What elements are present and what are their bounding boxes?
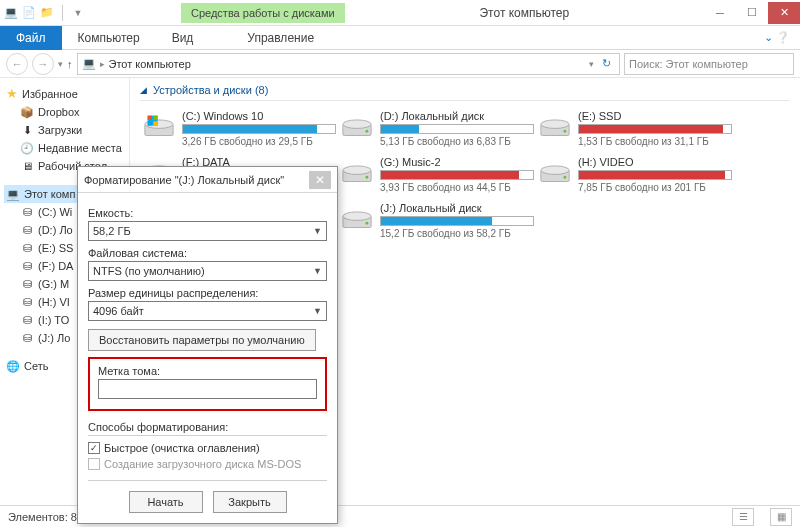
hdd-icon (538, 110, 572, 144)
nav-back-button[interactable]: ← (6, 53, 28, 75)
dialog-close-button[interactable]: ✕ (309, 171, 331, 189)
svg-point-11 (541, 120, 569, 129)
search-placeholder: Поиск: Этот компьютер (629, 58, 748, 70)
ribbon-expand-icon[interactable]: ⌄ ❔ (754, 31, 800, 44)
sidebar-item-downloads[interactable]: ⬇Загрузки (4, 121, 125, 139)
checkbox-unchecked-icon (88, 458, 100, 470)
status-element-count: Элементов: 8 (8, 511, 77, 523)
usage-bar (380, 170, 534, 180)
capacity-label: Емкость: (88, 207, 327, 219)
chevron-down-icon: ◢ (140, 85, 147, 95)
drive-name: (J:) Локальный диск (380, 202, 534, 214)
dialog-title: Форматирование "(J:) Локальный диск" (84, 174, 309, 186)
qat-properties-icon[interactable]: 📄 (22, 6, 36, 20)
context-tab-drive-tools: Средства работы с дисками (181, 3, 345, 23)
hdd-icon: ⛁ (20, 241, 34, 255)
hdd-icon (538, 156, 572, 190)
restore-defaults-button[interactable]: Восстановить параметры по умолчанию (88, 329, 316, 351)
drive-free-text: 5,13 ГБ свободно из 6,83 ГБ (380, 136, 534, 147)
hdd-icon: ⛁ (20, 295, 34, 309)
section-header-devices[interactable]: ◢ Устройства и диски (8) (140, 84, 790, 101)
allocation-select[interactable]: 4096 байт▼ (88, 301, 327, 321)
hdd-icon: ⛁ (20, 223, 34, 237)
ribbon-tabs: Файл Компьютер Вид Управление ⌄ ❔ (0, 26, 800, 50)
svg-point-23 (343, 212, 371, 221)
svg-point-21 (564, 176, 567, 179)
svg-point-18 (366, 176, 369, 179)
highlight-annotation: Метка тома: (88, 357, 327, 411)
usage-bar (578, 170, 732, 180)
format-dialog: Форматирование "(J:) Локальный диск" ✕ Е… (77, 166, 338, 524)
filesystem-select[interactable]: NTFS (по умолчанию)▼ (88, 261, 327, 281)
dropbox-icon: 📦 (20, 105, 34, 119)
address-crumb[interactable]: Этот компьютер (109, 58, 191, 70)
drive-name: (C:) Windows 10 (182, 110, 336, 122)
svg-point-17 (343, 166, 371, 175)
network-icon: 🌐 (6, 359, 20, 373)
minimize-button[interactable]: ─ (704, 2, 736, 24)
drive-item[interactable]: (J:) Локальный диск15,2 ГБ свободно из 5… (338, 199, 536, 245)
drive-free-text: 1,53 ГБ свободно из 31,1 ГБ (578, 136, 732, 147)
drive-free-text: 3,93 ГБ свободно из 44,5 ГБ (380, 182, 534, 193)
view-large-button[interactable]: ▦ (770, 508, 792, 526)
view-details-button[interactable]: ☰ (732, 508, 754, 526)
svg-point-24 (366, 222, 369, 225)
svg-rect-3 (148, 116, 152, 120)
filesystem-label: Файловая система: (88, 247, 327, 259)
quick-format-checkbox[interactable]: ✓ Быстрое (очистка оглавления) (88, 442, 327, 454)
sidebar-favorites-header[interactable]: ★ Избранное (4, 84, 125, 103)
window-title: Этот компьютер (345, 6, 704, 20)
drive-free-text: 3,26 ГБ свободно из 29,5 ГБ (182, 136, 336, 147)
qat-divider (62, 5, 63, 21)
allocation-label: Размер единицы распределения: (88, 287, 327, 299)
download-icon: ⬇ (20, 123, 34, 137)
hdd-icon: ⛁ (20, 331, 34, 345)
close-dialog-button[interactable]: Закрыть (213, 491, 287, 513)
hdd-icon: ⛁ (20, 259, 34, 273)
svg-point-9 (366, 130, 369, 133)
qat-newfolder-icon[interactable]: 📁 (40, 6, 54, 20)
close-button[interactable]: ✕ (768, 2, 800, 24)
usage-bar (380, 216, 534, 226)
drive-item[interactable]: (H:) VIDEO7,85 ГБ свободно из 201 ГБ (536, 153, 734, 199)
svg-rect-4 (153, 116, 157, 120)
nav-up-button[interactable]: ↑ (67, 58, 73, 70)
tab-file[interactable]: Файл (0, 26, 62, 50)
drive-item[interactable]: (C:) Windows 103,26 ГБ свободно из 29,5 … (140, 107, 338, 153)
chevron-right-icon: ▸ (100, 59, 105, 69)
dialog-titlebar[interactable]: Форматирование "(J:) Локальный диск" ✕ (78, 167, 337, 193)
drive-item[interactable]: (E:) SSD1,53 ГБ свободно из 31,1 ГБ (536, 107, 734, 153)
svg-rect-6 (153, 121, 157, 125)
address-dropdown-icon[interactable]: ▾ (589, 59, 594, 69)
tab-computer[interactable]: Компьютер (62, 26, 156, 50)
drive-item[interactable]: (D:) Локальный диск5,13 ГБ свободно из 6… (338, 107, 536, 153)
usage-bar (182, 124, 336, 134)
tab-view[interactable]: Вид (156, 26, 210, 50)
refresh-icon[interactable]: ↻ (602, 57, 611, 70)
usage-bar (578, 124, 732, 134)
svg-point-12 (564, 130, 567, 133)
qat-dropdown-icon[interactable]: ▼ (71, 6, 85, 20)
drive-item[interactable]: (G:) Music-23,93 ГБ свободно из 44,5 ГБ (338, 153, 536, 199)
svg-point-8 (343, 120, 371, 129)
hdd-icon: ⛁ (20, 313, 34, 327)
nav-forward-button[interactable]: → (32, 53, 54, 75)
drive-free-text: 15,2 ГБ свободно из 58,2 ГБ (380, 228, 534, 239)
hdd-icon (340, 110, 374, 144)
sidebar-item-dropbox[interactable]: 📦Dropbox (4, 103, 125, 121)
hdd-icon: ⛁ (20, 277, 34, 291)
maximize-button[interactable]: ☐ (736, 2, 768, 24)
drive-name: (G:) Music-2 (380, 156, 534, 168)
chevron-down-icon: ▼ (313, 266, 322, 276)
tab-manage[interactable]: Управление (231, 26, 330, 50)
capacity-select[interactable]: 58,2 ГБ▼ (88, 221, 327, 241)
msdos-boot-checkbox: Создание загрузочного диска MS-DOS (88, 458, 327, 470)
nav-recent-icon[interactable]: ▾ (58, 59, 63, 69)
volume-label-input[interactable] (98, 379, 317, 399)
sidebar-item-recent[interactable]: 🕘Недавние места (4, 139, 125, 157)
address-bar[interactable]: 💻 ▸ Этот компьютер ▾ ↻ (77, 53, 621, 75)
search-input[interactable]: Поиск: Этот компьютер (624, 53, 794, 75)
recent-icon: 🕘 (20, 141, 34, 155)
start-button[interactable]: Начать (129, 491, 203, 513)
checkbox-checked-icon: ✓ (88, 442, 100, 454)
